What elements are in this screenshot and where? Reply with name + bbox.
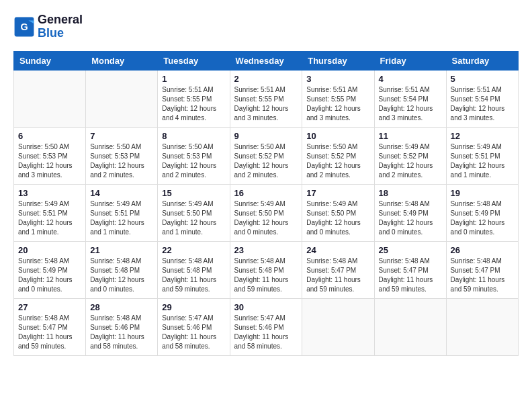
calendar-cell: 4Sunrise: 5:51 AMSunset: 5:54 PMDaylight… xyxy=(374,70,446,127)
day-info: Sunrise: 5:48 AMSunset: 5:48 PMDaylight:… xyxy=(234,257,298,294)
calendar-cell: 9Sunrise: 5:50 AMSunset: 5:52 PMDaylight… xyxy=(230,127,302,184)
svg-text:G: G xyxy=(20,21,28,32)
weekday-header-saturday: Saturday xyxy=(446,51,518,70)
day-info: Sunrise: 5:48 AMSunset: 5:47 PMDaylight:… xyxy=(451,257,514,294)
calendar-cell xyxy=(374,298,446,355)
day-info: Sunrise: 5:49 AMSunset: 5:50 PMDaylight:… xyxy=(162,199,225,237)
day-number: 24 xyxy=(306,245,369,255)
day-number: 25 xyxy=(379,245,442,255)
day-info: Sunrise: 5:48 AMSunset: 5:46 PMDaylight:… xyxy=(90,314,153,351)
calendar-cell: 26Sunrise: 5:48 AMSunset: 5:47 PMDayligh… xyxy=(446,241,518,298)
day-number: 27 xyxy=(18,302,81,312)
day-number: 9 xyxy=(234,131,298,141)
day-number: 6 xyxy=(18,131,81,141)
logo-text: GeneralBlue xyxy=(38,13,83,40)
day-number: 18 xyxy=(379,188,442,198)
logo-icon: G xyxy=(13,16,35,38)
day-info: Sunrise: 5:48 AMSunset: 5:49 PMDaylight:… xyxy=(18,257,81,294)
day-number: 15 xyxy=(162,188,225,198)
day-info: Sunrise: 5:48 AMSunset: 5:47 PMDaylight:… xyxy=(379,257,442,294)
day-info: Sunrise: 5:49 AMSunset: 5:51 PMDaylight:… xyxy=(90,199,153,237)
calendar-cell: 1Sunrise: 5:51 AMSunset: 5:55 PMDaylight… xyxy=(158,70,230,127)
day-number: 3 xyxy=(306,74,369,84)
week-row-3: 13Sunrise: 5:49 AMSunset: 5:51 PMDayligh… xyxy=(14,184,519,241)
calendar-cell: 25Sunrise: 5:48 AMSunset: 5:47 PMDayligh… xyxy=(374,241,446,298)
day-info: Sunrise: 5:51 AMSunset: 5:54 PMDaylight:… xyxy=(451,85,514,123)
day-info: Sunrise: 5:47 AMSunset: 5:46 PMDaylight:… xyxy=(162,314,225,351)
day-number: 7 xyxy=(90,131,153,141)
day-info: Sunrise: 5:49 AMSunset: 5:51 PMDaylight:… xyxy=(18,199,81,237)
calendar-cell xyxy=(14,70,86,127)
day-info: Sunrise: 5:51 AMSunset: 5:54 PMDaylight:… xyxy=(379,85,442,123)
week-row-4: 20Sunrise: 5:48 AMSunset: 5:49 PMDayligh… xyxy=(14,241,519,298)
calendar-cell: 28Sunrise: 5:48 AMSunset: 5:46 PMDayligh… xyxy=(86,298,158,355)
day-info: Sunrise: 5:48 AMSunset: 5:47 PMDaylight:… xyxy=(306,257,369,294)
day-number: 12 xyxy=(451,131,514,141)
calendar-cell: 11Sunrise: 5:49 AMSunset: 5:52 PMDayligh… xyxy=(374,127,446,184)
calendar-cell: 18Sunrise: 5:48 AMSunset: 5:49 PMDayligh… xyxy=(374,184,446,241)
calendar-cell: 8Sunrise: 5:50 AMSunset: 5:53 PMDaylight… xyxy=(158,127,230,184)
calendar-cell: 23Sunrise: 5:48 AMSunset: 5:48 PMDayligh… xyxy=(230,241,302,298)
weekday-header-monday: Monday xyxy=(86,51,158,70)
calendar-cell: 6Sunrise: 5:50 AMSunset: 5:53 PMDaylight… xyxy=(14,127,86,184)
day-info: Sunrise: 5:50 AMSunset: 5:52 PMDaylight:… xyxy=(234,142,298,180)
day-info: Sunrise: 5:49 AMSunset: 5:52 PMDaylight:… xyxy=(379,142,442,180)
calendar-cell: 29Sunrise: 5:47 AMSunset: 5:46 PMDayligh… xyxy=(158,298,230,355)
calendar-cell: 7Sunrise: 5:50 AMSunset: 5:53 PMDaylight… xyxy=(86,127,158,184)
weekday-header-tuesday: Tuesday xyxy=(158,51,230,70)
day-number: 14 xyxy=(90,188,153,198)
calendar-cell: 14Sunrise: 5:49 AMSunset: 5:51 PMDayligh… xyxy=(86,184,158,241)
calendar-cell: 12Sunrise: 5:49 AMSunset: 5:51 PMDayligh… xyxy=(446,127,518,184)
calendar-cell: 10Sunrise: 5:50 AMSunset: 5:52 PMDayligh… xyxy=(302,127,374,184)
day-number: 20 xyxy=(18,245,81,255)
day-info: Sunrise: 5:48 AMSunset: 5:48 PMDaylight:… xyxy=(162,257,225,294)
day-info: Sunrise: 5:49 AMSunset: 5:51 PMDaylight:… xyxy=(451,142,514,180)
day-info: Sunrise: 5:49 AMSunset: 5:50 PMDaylight:… xyxy=(234,199,298,237)
calendar-cell: 2Sunrise: 5:51 AMSunset: 5:55 PMDaylight… xyxy=(230,70,302,127)
day-number: 23 xyxy=(234,245,298,255)
day-info: Sunrise: 5:50 AMSunset: 5:53 PMDaylight:… xyxy=(90,142,153,180)
day-info: Sunrise: 5:51 AMSunset: 5:55 PMDaylight:… xyxy=(306,85,369,123)
calendar-cell: 19Sunrise: 5:48 AMSunset: 5:49 PMDayligh… xyxy=(446,184,518,241)
calendar-cell xyxy=(446,298,518,355)
week-row-1: 1Sunrise: 5:51 AMSunset: 5:55 PMDaylight… xyxy=(14,70,519,127)
day-info: Sunrise: 5:50 AMSunset: 5:53 PMDaylight:… xyxy=(162,142,225,180)
day-number: 4 xyxy=(379,74,442,84)
day-info: Sunrise: 5:51 AMSunset: 5:55 PMDaylight:… xyxy=(234,85,298,123)
weekday-header-thursday: Thursday xyxy=(302,51,374,70)
day-number: 28 xyxy=(90,302,153,312)
calendar-cell: 21Sunrise: 5:48 AMSunset: 5:48 PMDayligh… xyxy=(86,241,158,298)
day-number: 19 xyxy=(451,188,514,198)
day-number: 22 xyxy=(162,245,225,255)
calendar-cell xyxy=(86,70,158,127)
day-number: 11 xyxy=(379,131,442,141)
calendar-cell: 30Sunrise: 5:47 AMSunset: 5:46 PMDayligh… xyxy=(230,298,302,355)
day-info: Sunrise: 5:50 AMSunset: 5:53 PMDaylight:… xyxy=(18,142,81,180)
day-info: Sunrise: 5:48 AMSunset: 5:48 PMDaylight:… xyxy=(90,257,153,294)
day-number: 17 xyxy=(306,188,369,198)
calendar-cell: 16Sunrise: 5:49 AMSunset: 5:50 PMDayligh… xyxy=(230,184,302,241)
calendar-cell: 17Sunrise: 5:49 AMSunset: 5:50 PMDayligh… xyxy=(302,184,374,241)
calendar-cell: 27Sunrise: 5:48 AMSunset: 5:47 PMDayligh… xyxy=(14,298,86,355)
day-number: 5 xyxy=(451,74,514,84)
day-info: Sunrise: 5:50 AMSunset: 5:52 PMDaylight:… xyxy=(306,142,369,180)
calendar-table: SundayMondayTuesdayWednesdayThursdayFrid… xyxy=(13,51,519,356)
day-number: 21 xyxy=(90,245,153,255)
week-row-2: 6Sunrise: 5:50 AMSunset: 5:53 PMDaylight… xyxy=(14,127,519,184)
day-number: 1 xyxy=(162,74,225,84)
day-number: 10 xyxy=(306,131,369,141)
weekday-header-friday: Friday xyxy=(374,51,446,70)
calendar-cell: 5Sunrise: 5:51 AMSunset: 5:54 PMDaylight… xyxy=(446,70,518,127)
day-number: 30 xyxy=(234,302,298,312)
day-number: 8 xyxy=(162,131,225,141)
day-info: Sunrise: 5:49 AMSunset: 5:50 PMDaylight:… xyxy=(306,199,369,237)
day-info: Sunrise: 5:47 AMSunset: 5:46 PMDaylight:… xyxy=(234,314,298,351)
calendar-cell: 3Sunrise: 5:51 AMSunset: 5:55 PMDaylight… xyxy=(302,70,374,127)
page-header: G GeneralBlue xyxy=(13,13,519,40)
day-number: 2 xyxy=(234,74,298,84)
weekday-header-wednesday: Wednesday xyxy=(230,51,302,70)
calendar-cell xyxy=(302,298,374,355)
weekday-header-row: SundayMondayTuesdayWednesdayThursdayFrid… xyxy=(14,51,519,70)
day-info: Sunrise: 5:48 AMSunset: 5:47 PMDaylight:… xyxy=(18,314,81,351)
day-info: Sunrise: 5:51 AMSunset: 5:55 PMDaylight:… xyxy=(162,85,225,123)
